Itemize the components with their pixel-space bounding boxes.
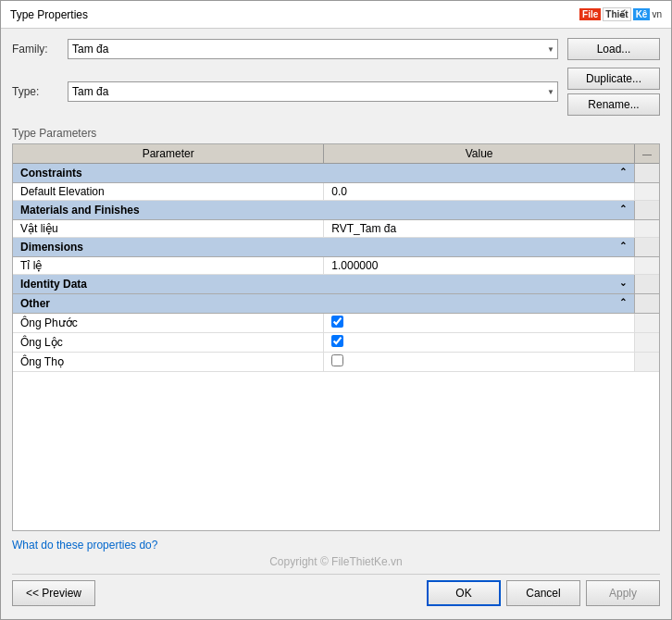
value-cell: 0.0 (324, 183, 635, 201)
dialog-body: Family: Tam đa Load... Type: Tam đa Dupl… (1, 29, 671, 619)
family-row: Family: Tam đa Load... (12, 38, 660, 60)
family-select-wrapper[interactable]: Tam đa (68, 39, 558, 59)
checkbox-cell[interactable] (324, 333, 635, 353)
category-row[interactable]: Identity Data ⌄ (13, 275, 659, 294)
param-cell: Ông Lộc (13, 333, 324, 353)
checkbox-input[interactable] (331, 316, 343, 328)
header-scroll: — (635, 144, 660, 164)
title-bar: Type Properties File Thiết Kê vn (1, 1, 671, 29)
logo-file: File (579, 8, 601, 20)
type-properties-dialog: Type Properties File Thiết Kê vn Family:… (0, 0, 672, 620)
scroll-cell (635, 183, 660, 201)
type-row: Type: Tam đa Duplicate... Rename... (12, 68, 660, 116)
param-cell: Tỉ lệ (13, 257, 324, 275)
table-row: Ông Lộc (13, 333, 659, 353)
category-name: Other (20, 297, 50, 310)
logo: File Thiết Kê vn (579, 7, 662, 21)
table-row: Tỉ lệ 1.000000 (13, 257, 659, 275)
collapse-icon[interactable]: ⌃ (619, 167, 627, 177)
load-button[interactable]: Load... (567, 38, 660, 60)
type-right-buttons: Duplicate... Rename... (567, 68, 660, 116)
apply-button[interactable]: Apply (586, 580, 660, 606)
category-name: Identity Data (20, 278, 87, 291)
table-row: Vật liệu RVT_Tam đa (13, 220, 659, 238)
help-link[interactable]: What do these properties do? (12, 539, 157, 552)
footer-link: What do these properties do? (12, 539, 660, 552)
dialog-title: Type Properties (10, 8, 88, 21)
header-parameter: Parameter (13, 144, 324, 164)
type-select[interactable]: Tam đa (68, 81, 558, 102)
table-row: Ông Thọ (13, 353, 659, 372)
checkbox-input[interactable] (331, 354, 343, 366)
scroll-cell (635, 353, 660, 372)
type-label: Type: (12, 85, 68, 98)
minus-btn[interactable]: — (642, 149, 652, 159)
category-row[interactable]: Materials and Finishes ⌃ (13, 201, 659, 220)
collapse-icon[interactable]: ⌄ (619, 278, 627, 288)
logo-vn: vn (652, 9, 662, 19)
scroll-cell (635, 333, 660, 353)
category-name: Constraints (20, 167, 82, 180)
table-header-row: Parameter Value — (13, 144, 659, 164)
param-cell: Vật liệu (13, 220, 324, 238)
duplicate-button[interactable]: Duplicate... (567, 68, 660, 90)
cancel-button[interactable]: Cancel (506, 580, 580, 606)
title-bar-left: Type Properties (10, 8, 88, 21)
category-name: Materials and Finishes (20, 204, 140, 217)
copyright: Copyright © FileThietKe.vn (12, 555, 660, 568)
value-cell: RVT_Tam đa (324, 220, 635, 238)
footer-buttons: << Preview OK Cancel Apply (12, 574, 660, 610)
scroll-cell (635, 314, 660, 333)
parameters-table: Parameter Value — Constraints ⌃ Default … (13, 144, 659, 372)
scroll-cell (635, 257, 660, 275)
header-value: Value (324, 144, 635, 164)
category-row[interactable]: Constraints ⌃ (13, 164, 659, 183)
checkbox-cell[interactable] (324, 314, 635, 333)
value-cell: 1.000000 (324, 257, 635, 275)
param-cell: Default Elevation (13, 183, 324, 201)
collapse-icon[interactable]: ⌃ (619, 297, 627, 307)
param-cell: Ông Phước (13, 314, 324, 333)
logo-thiet: Thiết (603, 7, 630, 21)
checkbox-cell[interactable] (324, 353, 635, 372)
scroll-cell (635, 275, 660, 294)
collapse-icon[interactable]: ⌃ (619, 241, 627, 251)
parameters-table-container[interactable]: Parameter Value — Constraints ⌃ Default … (12, 143, 660, 531)
right-buttons: Load... (567, 38, 660, 60)
category-name: Dimensions (20, 241, 83, 254)
param-cell: Ông Thọ (13, 353, 324, 372)
table-row: Ông Phước (13, 314, 659, 333)
rename-button[interactable]: Rename... (567, 93, 660, 116)
category-row[interactable]: Other ⌃ (13, 294, 659, 314)
family-label: Family: (12, 43, 68, 56)
scroll-cell (635, 220, 660, 238)
table-row: Default Elevation 0.0 (13, 183, 659, 201)
category-row[interactable]: Dimensions ⌃ (13, 238, 659, 257)
section-label: Type Parameters (12, 127, 660, 140)
scroll-cell (635, 201, 660, 220)
preview-button[interactable]: << Preview (12, 580, 95, 606)
ok-button[interactable]: OK (427, 580, 501, 606)
logo-ke: Kê (633, 8, 651, 20)
scroll-cell (635, 238, 660, 257)
type-select-wrapper[interactable]: Tam đa (68, 81, 558, 102)
checkbox-input[interactable] (331, 335, 343, 347)
scroll-cell (635, 164, 660, 183)
collapse-icon[interactable]: ⌃ (619, 204, 627, 214)
scroll-cell (635, 294, 660, 314)
family-select[interactable]: Tam đa (68, 39, 558, 59)
